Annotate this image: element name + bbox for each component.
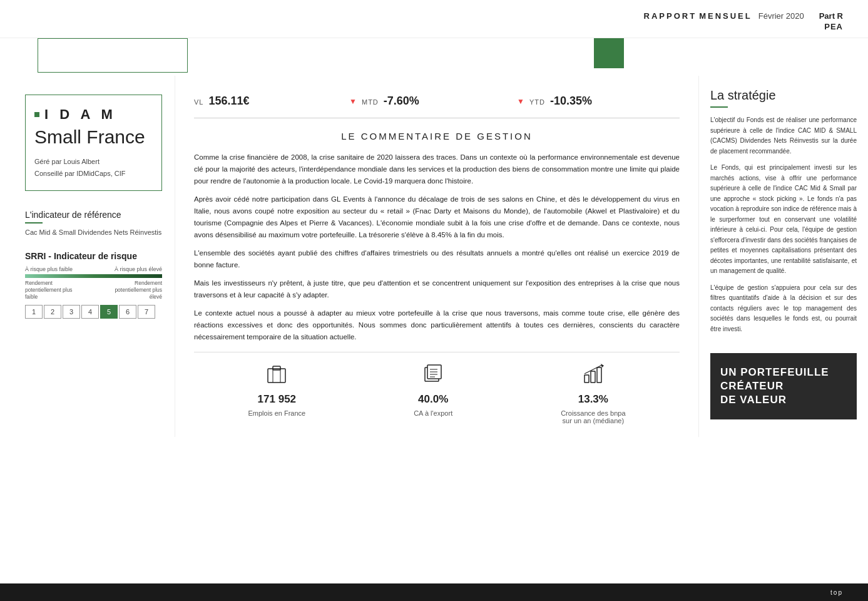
commentary-paragraph: L'ensemble des sociétés ayant publié des… [194, 247, 680, 271]
bottom-stat-3: 13.3% Croissance des bnpasur un an (médi… [561, 362, 625, 424]
svg-rect-0 [268, 369, 285, 383]
commentary-title: LE COMMENTAIRE DE GESTION [194, 131, 680, 141]
srri-risk-labels: À risque plus faible À risque plus élevé [25, 266, 162, 272]
svg-rect-10 [585, 375, 589, 383]
srri-label-high: À risque plus élevé [115, 266, 162, 272]
strategy-title: La stratégie [710, 88, 857, 103]
svg-rect-12 [597, 367, 601, 383]
strategy-paragraph: L'objectif du Fonds est de réaliser une … [710, 115, 857, 157]
srri-box-1: 1 [25, 305, 43, 319]
bnpa-value: 13.3% [578, 393, 608, 406]
ca-value: 40.0% [418, 393, 448, 406]
right-column: La stratégie L'objectif du Fonds est de … [699, 76, 868, 437]
fund-brand: I D A M [34, 106, 151, 123]
svg-line-13 [585, 365, 602, 374]
vl-label: VL [194, 98, 203, 106]
mtd-arrow-icon: ▼ [349, 97, 357, 106]
ca-icon [422, 362, 444, 389]
brand-name: I D A M [44, 106, 116, 123]
stat-vl: VL 156.11€ [194, 95, 344, 108]
srri-box-2: 2 [44, 305, 61, 319]
emplois-value: 171 952 [258, 393, 296, 406]
emplois-label: Emplois en France [248, 409, 305, 417]
stats-row: VL 156.11€ ▼ MTD -7.60% ▼ YTD -10.35% [194, 88, 680, 118]
green-underline [25, 222, 43, 223]
svg-rect-11 [591, 371, 595, 383]
commentary-paragraph: Le contexte actuel nous a poussé à adapt… [194, 307, 680, 343]
header-pea: PEA [824, 22, 843, 31]
srri-box-7: 7 [138, 305, 155, 319]
rapport-label: RAPPORT [644, 11, 697, 21]
fund-title-block: I D A M Small France Géré par Louis Albe… [25, 95, 162, 191]
header-meta: RAPPORT MENSUEL Février 2020 Part R PEA [644, 11, 843, 31]
srri-section: SRRI - Indicateur de risque À risque plu… [25, 251, 162, 318]
cta-line3: DE VALEUR [720, 393, 847, 407]
bottom-stat-1: 171 952 Emplois en France [248, 362, 305, 417]
srri-box-3: 3 [63, 305, 80, 319]
stat-mtd: MTD -7.60% [362, 95, 512, 108]
srri-title: SRRI - Indicateur de risque [25, 251, 162, 261]
left-column: I D A M Small France Géré par Louis Albe… [0, 76, 175, 437]
commentary-paragraph: Mais les investisseurs n'y prêtent, à ju… [194, 277, 680, 301]
bnpa-label: Croissance des bnpasur un an (médiane) [561, 409, 625, 424]
srri-boxes: 1 2 3 4 5 6 7 [25, 305, 162, 319]
bottom-bar: top [0, 583, 868, 601]
green-square [594, 38, 624, 68]
srri-label-low: À risque plus faible [25, 266, 73, 272]
indicator-section: L'indicateur de référence Cac Mid & Smal… [25, 210, 162, 236]
srri-gradient-bar [25, 274, 162, 278]
top-decoration [0, 38, 868, 76]
middle-column: VL 156.11€ ▼ MTD -7.60% ▼ YTD -10.35% LE… [175, 76, 699, 437]
svg-rect-1 [273, 366, 280, 370]
srri-sublabel-low: Rendement potentiellement plus faible [25, 280, 75, 300]
srri-box-6: 6 [119, 305, 136, 319]
ytd-label: YTD [529, 98, 545, 106]
ca-label: CA à l'export [414, 409, 452, 417]
commentary-section: LE COMMENTAIRE DE GESTION Comme la crise… [194, 131, 680, 343]
ytd-arrow-icon: ▼ [517, 97, 524, 106]
strategy-underline [710, 106, 728, 108]
brand-dot [34, 112, 39, 117]
fund-name: Small France [34, 126, 151, 147]
indicator-title: L'indicateur de référence [25, 210, 162, 220]
srri-bar-container [25, 274, 162, 278]
page-header: RAPPORT MENSUEL Février 2020 Part R PEA [0, 0, 868, 38]
ytd-value: -10.35% [550, 95, 592, 108]
header-part: Part R [819, 11, 843, 21]
srri-box-4: 4 [81, 305, 99, 319]
bottom-stat-2: 40.0% CA à l'export [414, 362, 452, 417]
vl-value: 156.11€ [208, 95, 249, 108]
stat-ytd: YTD -10.35% [529, 95, 680, 108]
srri-sublabel-high: Rendement potentiellement plus élevé [112, 280, 162, 300]
bottom-bar-text: top [830, 589, 843, 596]
portfolio-cta: UN PORTEFEUILLE CRÉATEUR DE VALEUR [710, 353, 857, 419]
strategy-paragraph: L'équipe de gestion s'appuiera pour cela… [710, 283, 857, 335]
bnpa-icon [582, 362, 605, 389]
main-content: I D A M Small France Géré par Louis Albe… [0, 76, 868, 437]
cta-line2: CRÉATEUR [720, 379, 847, 393]
bottom-stats: 171 952 Emplois en France 40.0% CA à l'e… [194, 352, 680, 424]
mtd-value: -7.60% [384, 95, 419, 108]
box-outline [38, 38, 188, 73]
mensuel-label: MENSUEL [699, 11, 752, 21]
header-date: Février 2020 [758, 11, 804, 21]
commentary-paragraphs: Comme la crise financière de 2008, la cr… [194, 152, 680, 343]
indicator-text: Cac Mid & Small Dividendes Nets Réinvest… [25, 229, 162, 236]
strategy-paragraph: Le Fonds, qui est principalement investi… [710, 163, 857, 277]
commentary-paragraph: Après avoir cédé notre participation dan… [194, 193, 680, 241]
fund-manager: Géré par Louis Albert Conseillé par IDMi… [34, 156, 151, 179]
srri-box-5: 5 [100, 305, 118, 319]
cta-line1: UN PORTEFEUILLE [720, 366, 847, 379]
srri-sublabels: Rendement potentiellement plus faible Re… [25, 280, 162, 300]
mtd-label: MTD [362, 98, 379, 106]
strategy-paragraphs: L'objectif du Fonds est de réaliser une … [710, 115, 857, 334]
emplois-icon [265, 362, 288, 389]
commentary-paragraph: Comme la crise financière de 2008, la cr… [194, 152, 680, 187]
